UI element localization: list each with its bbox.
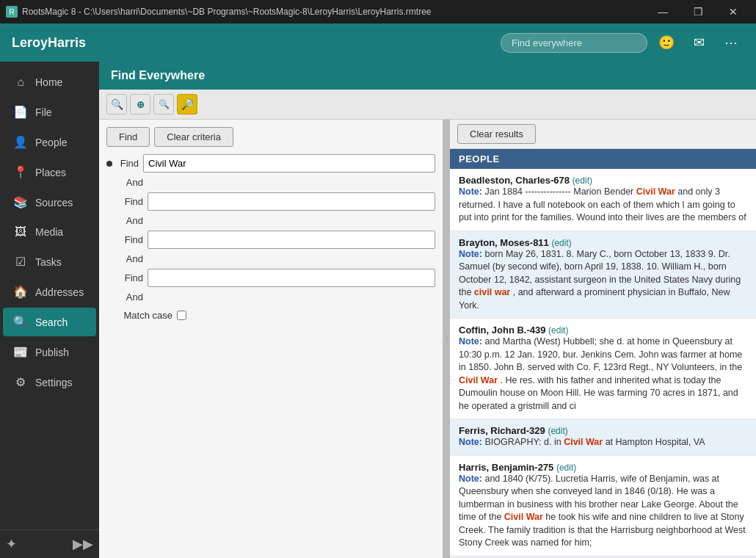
sidebar-item-people[interactable]: 👤 People	[3, 128, 96, 156]
result-edit-coffin[interactable]: (edit)	[548, 325, 568, 336]
left-panel-buttons: Find Clear criteria	[106, 127, 435, 147]
sidebar-item-media[interactable]: 🖼 Media	[3, 218, 96, 246]
addresses-icon: 🏠	[13, 285, 28, 299]
sidebar-item-addresses[interactable]: 🏠 Addresses	[3, 278, 96, 306]
sidebar-item-search-label: Search	[35, 316, 68, 328]
sidebar-item-tasks[interactable]: ☑ Tasks	[3, 247, 96, 276]
result-edit-harris-benjamin[interactable]: (edit)	[556, 463, 576, 473]
sidebar-item-settings-label: Settings	[35, 377, 73, 388]
result-edit-beadleston[interactable]: (edit)	[573, 175, 592, 186]
result-text-beadleston: Note: Jan 1884 --------------- Marion Be…	[459, 186, 747, 225]
find-row-4: Find	[106, 269, 435, 287]
clear-results-button[interactable]: Clear results	[457, 124, 536, 144]
find-input-2[interactable]	[148, 192, 435, 211]
app-header: LeroyHarris 🙂 ✉ ⋯	[0, 23, 756, 62]
result-text-ferris: Note: BIOGRAPHY: d. in Civil War at Hamp…	[459, 436, 747, 449]
result-item-coffin: Coffin, John B.-439 (edit) Note: and Mar…	[450, 319, 756, 419]
find-everywhere-header: Find Everywhere	[99, 62, 756, 90]
sidebar-item-sources-label: Sources	[35, 197, 73, 209]
sidebar-item-people-label: People	[35, 137, 68, 148]
result-edit-ferris[interactable]: (edit)	[548, 426, 567, 436]
find-label-2: Find	[121, 196, 143, 207]
sidebar-bottom-right-btn[interactable]: ▶▶	[73, 536, 93, 552]
sidebar-item-file-label: File	[35, 106, 52, 118]
find-input-4[interactable]	[148, 269, 435, 287]
match-case-row: Match case	[106, 310, 435, 321]
sidebar-item-publish-label: Publish	[35, 347, 69, 358]
and-row-3: And	[106, 253, 435, 264]
and-row-4: And	[106, 291, 435, 302]
result-item-harris-benjamin: Harris, Benjamin-275 (edit) Note: and 18…	[450, 456, 756, 557]
sidebar: ⌂ Home 📄 File 👤 People 📍 Places 📚 Source…	[0, 62, 99, 558]
main-layout: ⌂ Home 📄 File 👤 People 📍 Places 📚 Source…	[0, 62, 756, 558]
maximize-button[interactable]: ❒	[681, 0, 715, 23]
find-label-3: Find	[121, 234, 143, 245]
result-item-ferris: Ferris, Richard-329 (edit) Note: BIOGRAP…	[450, 419, 756, 456]
result-name-harris-benjamin: Harris, Benjamin-275	[459, 462, 556, 473]
zoom-in-button[interactable]: 🔍	[106, 94, 127, 115]
result-text-brayton: Note: born May 26, 1831. 8. Mary C., bor…	[459, 248, 747, 313]
close-button[interactable]: ✕	[716, 0, 750, 23]
sidebar-bottom-left-btn[interactable]: ✦	[6, 536, 17, 552]
title-bar: R RootsMagic 8 - C:\Users\harri\Document…	[0, 0, 756, 23]
result-name-brayton: Brayton, Moses-811	[459, 237, 551, 248]
sidebar-item-search[interactable]: 🔍 Search	[3, 308, 96, 336]
bullet-indicator	[106, 161, 112, 167]
find-row-3: Find	[106, 231, 435, 249]
media-icon: 🖼	[13, 225, 28, 239]
zoom-fit-button[interactable]: ⊕	[130, 94, 150, 115]
match-case-checkbox[interactable]	[177, 311, 186, 320]
result-text-coffin: Note: and Martha (West) Hubbell; she d. …	[459, 336, 747, 413]
mail-icon-button[interactable]: ✉	[686, 29, 712, 56]
window-controls: — ❒ ✕	[646, 0, 750, 23]
and-label-3: And	[121, 253, 143, 264]
header-right: 🙂 ✉ ⋯	[501, 29, 744, 56]
result-item-brayton: Brayton, Moses-811 (edit) Note: born May…	[450, 231, 756, 319]
and-label-2: And	[121, 215, 143, 226]
tasks-icon: ☑	[13, 255, 28, 269]
sidebar-item-publish[interactable]: 📰 Publish	[3, 338, 96, 366]
sidebar-item-places-label: Places	[35, 167, 66, 178]
search-icon: 🔍	[13, 315, 28, 329]
sidebar-item-settings[interactable]: ⚙ Settings	[3, 368, 96, 396]
sidebar-item-sources[interactable]: 📚 Sources	[3, 188, 96, 217]
file-icon: 📄	[13, 105, 28, 119]
home-icon: ⌂	[13, 76, 28, 89]
find-row-2: Find	[106, 192, 435, 211]
sidebar-item-file[interactable]: 📄 File	[3, 98, 96, 126]
sidebar-item-tasks-label: Tasks	[35, 256, 62, 268]
publish-icon: 📰	[13, 345, 28, 359]
app-icon: R	[6, 6, 18, 18]
sidebar-item-media-label: Media	[35, 226, 63, 238]
find-label-4: Find	[121, 272, 143, 283]
global-search-input[interactable]	[501, 33, 647, 53]
minimize-button[interactable]: —	[646, 0, 680, 23]
sources-icon: 📚	[13, 195, 28, 209]
sidebar-item-home-label: Home	[35, 76, 62, 88]
find-input-1[interactable]	[143, 154, 435, 173]
find-label-1: Find	[117, 158, 139, 169]
find-input-3[interactable]	[148, 231, 435, 249]
results-container[interactable]: PEOPLE Beadleston, Charles-678 (edit) No…	[450, 149, 756, 558]
clear-criteria-button[interactable]: Clear criteria	[154, 127, 233, 147]
result-edit-brayton[interactable]: (edit)	[551, 238, 571, 248]
and-row-2: And	[106, 215, 435, 226]
content-area: Find Everywhere 🔍 ⊕ 🔍 🔎 Find Clear crite…	[99, 62, 756, 558]
smiley-icon-button[interactable]: 🙂	[653, 29, 680, 56]
find-everywhere-title: Find Everywhere	[111, 69, 205, 81]
result-name-ferris: Ferris, Richard-329	[459, 425, 548, 436]
find-row-1: Find	[106, 154, 435, 173]
sidebar-item-home[interactable]: ⌂ Home	[3, 68, 96, 96]
result-text-harris-benjamin: Note: and 1840 (K/75). Lucretia Harris, …	[459, 473, 747, 550]
right-panel: Clear results PEOPLE Beadleston, Charles…	[450, 120, 756, 558]
menu-icon-button[interactable]: ⋯	[718, 29, 744, 56]
zoom-search-button[interactable]: 🔎	[177, 94, 197, 115]
places-icon: 📍	[13, 165, 28, 179]
panel-divider[interactable]: ⋮	[444, 120, 450, 558]
search-toolbar: 🔍 ⊕ 🔍 🔎	[99, 90, 756, 120]
sidebar-item-places[interactable]: 📍 Places	[3, 158, 96, 186]
match-case-label: Match case	[121, 310, 172, 321]
people-icon: 👤	[13, 135, 28, 149]
find-button[interactable]: Find	[106, 127, 150, 147]
zoom-out-button[interactable]: 🔍	[153, 94, 174, 115]
